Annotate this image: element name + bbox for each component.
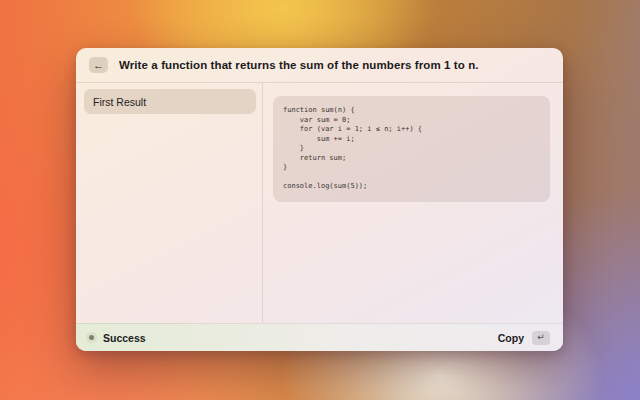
window-body: First Result function sum(n) { var sum =… xyxy=(76,83,563,323)
back-button[interactable]: ← xyxy=(89,57,108,73)
desktop-background: ← Write a function that returns the sum … xyxy=(0,0,640,400)
window-footer: Success Copy ↵ xyxy=(76,323,563,351)
sidebar-item-label: First Result xyxy=(93,96,146,108)
enter-key-glyph: ↵ xyxy=(537,333,545,342)
back-arrow-icon: ← xyxy=(93,60,104,71)
results-sidebar: First Result xyxy=(76,83,263,323)
status-dot-icon xyxy=(89,335,94,340)
copy-action[interactable]: Copy ↵ xyxy=(498,331,550,345)
app-window: ← Write a function that returns the sum … xyxy=(76,48,563,351)
window-header: ← Write a function that returns the sum … xyxy=(76,48,563,83)
status-badge: Success xyxy=(103,332,146,344)
sidebar-item-first-result[interactable]: First Result xyxy=(84,89,256,114)
page-title: Write a function that returns the sum of… xyxy=(119,59,479,71)
code-text: function sum(n) { var sum = 0; for (var … xyxy=(283,106,540,192)
enter-key-icon: ↵ xyxy=(532,331,550,345)
code-block: function sum(n) { var sum = 0; for (var … xyxy=(273,96,550,202)
copy-button-label: Copy xyxy=(498,332,524,344)
result-content: function sum(n) { var sum = 0; for (var … xyxy=(263,83,563,323)
